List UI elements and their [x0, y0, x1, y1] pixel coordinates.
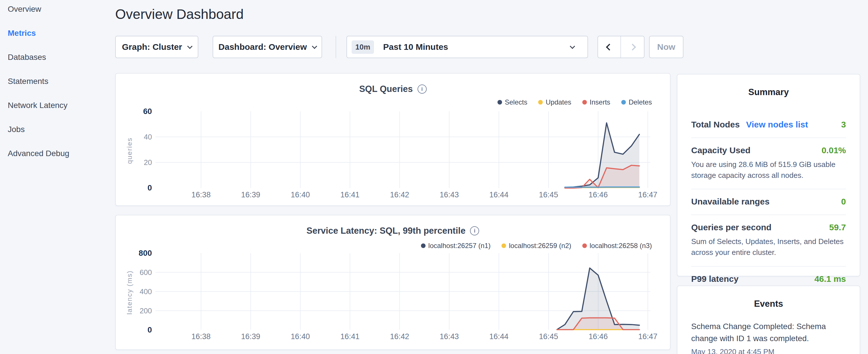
summary-title: Summary [677, 87, 860, 97]
summary-row-unavailable-ranges: Unavailable ranges 0 [691, 189, 846, 215]
summary-label: Capacity Used [691, 146, 750, 155]
summary-label: Unavailable ranges [691, 197, 769, 206]
summary-label: Queries per second [691, 223, 771, 232]
svg-text:200: 200 [140, 307, 152, 315]
events-panel: Events Schema Change Completed: Schema c… [677, 286, 860, 354]
svg-text:600: 600 [140, 268, 152, 277]
sidebar-item-jobs[interactable]: Jobs [8, 125, 69, 134]
svg-text:16:43: 16:43 [440, 190, 459, 199]
svg-text:60: 60 [143, 107, 152, 116]
dashboard-dropdown[interactable]: Dashboard: Overview [213, 36, 322, 58]
service-latency-plot[interactable]: 16:3816:3916:4016:4116:4216:4316:4416:45… [116, 215, 670, 349]
chevron-right-icon [629, 43, 636, 51]
chevron-down-icon [312, 43, 317, 49]
svg-text:40: 40 [144, 133, 152, 141]
summary-label: P99 latency [691, 274, 739, 284]
chevron-left-icon [606, 43, 613, 51]
metrics-page: { "sidebar": { "items": [ { "label": "Ov… [0, 0, 868, 354]
svg-text:16:45: 16:45 [539, 332, 558, 341]
svg-text:16:46: 16:46 [589, 332, 608, 341]
svg-text:16:47: 16:47 [638, 332, 657, 341]
summary-value: 46.1 ms [814, 274, 846, 284]
event-list-item[interactable]: Schema Change Completed: Schema change w… [691, 321, 846, 354]
sidebar-item-statements[interactable]: Statements [8, 77, 69, 86]
summary-value: 0.01% [822, 146, 846, 155]
sidebar-item-advanced-debug[interactable]: Advanced Debug [8, 149, 69, 158]
events-title: Events [677, 299, 860, 309]
sidebar-item-databases[interactable]: Databases [8, 53, 69, 62]
sql-queries-chart-card: SQL Queries i Selects Updates Inserts De… [115, 73, 671, 206]
svg-text:16:44: 16:44 [489, 190, 508, 199]
sidebar-item-metrics[interactable]: Metrics [8, 29, 69, 38]
svg-text:16:38: 16:38 [191, 190, 211, 199]
svg-text:16:45: 16:45 [539, 190, 558, 199]
svg-text:400: 400 [140, 288, 152, 296]
chevron-down-icon [187, 43, 192, 49]
sidebar: Overview Metrics Databases Statements Ne… [8, 5, 69, 158]
time-range-selector[interactable]: 10m Past 10 Minutes [346, 36, 588, 58]
graph-scope-label: Graph: Cluster [122, 42, 182, 52]
summary-value: 3 [841, 120, 846, 129]
chevron-down-icon [570, 43, 575, 49]
summary-value: 0 [841, 197, 846, 206]
svg-text:16:41: 16:41 [340, 190, 360, 199]
sidebar-item-network-latency[interactable]: Network Latency [8, 101, 69, 110]
controls-divider [336, 36, 336, 58]
now-button[interactable]: Now [649, 36, 683, 58]
sql-queries-plot[interactable]: 16:3816:3916:4016:4116:4216:4316:4416:45… [116, 74, 670, 205]
summary-panel: Summary Total Nodes View nodes list 3 Ca… [677, 74, 860, 277]
view-nodes-list-link[interactable]: View nodes list [746, 120, 808, 129]
summary-value: 59.7 [829, 223, 846, 232]
service-latency-chart-card: Service Latency: SQL, 99th percentile i … [115, 215, 671, 350]
svg-text:800: 800 [139, 249, 152, 257]
svg-text:16:40: 16:40 [291, 190, 310, 199]
time-range-label: Past 10 Minutes [383, 42, 570, 52]
dashboard-controls: Graph: Cluster Dashboard: Overview 10m P… [115, 36, 746, 58]
svg-text:16:38: 16:38 [191, 332, 211, 341]
graph-scope-dropdown[interactable]: Graph: Cluster [115, 36, 198, 58]
svg-text:16:44: 16:44 [489, 332, 508, 341]
svg-text:0: 0 [148, 183, 152, 192]
next-time-window-button[interactable] [621, 36, 644, 58]
svg-text:16:47: 16:47 [638, 190, 657, 199]
summary-row-capacity-used: Capacity Used 0.01% You are using 28.6 M… [691, 137, 846, 189]
page-title: Overview Dashboard [115, 6, 244, 22]
svg-text:16:43: 16:43 [440, 332, 459, 341]
svg-text:16:39: 16:39 [241, 332, 260, 341]
svg-text:0: 0 [148, 325, 152, 334]
svg-text:16:40: 16:40 [290, 332, 310, 341]
summary-label: Total Nodes [691, 120, 740, 129]
summary-description: Sum of Selects, Updates, Inserts, and De… [691, 236, 846, 258]
svg-text:16:42: 16:42 [390, 332, 409, 341]
time-range-badge: 10m [351, 40, 374, 54]
time-window-pager [597, 36, 645, 58]
sidebar-item-overview[interactable]: Overview [8, 5, 69, 14]
svg-text:16:46: 16:46 [589, 190, 608, 199]
dashboard-label: Dashboard: Overview [218, 42, 307, 52]
prev-time-window-button[interactable] [598, 36, 621, 58]
svg-text:16:42: 16:42 [390, 190, 409, 199]
summary-description: You are using 28.6 MiB of 515.9 GiB usab… [691, 159, 846, 181]
svg-text:16:41: 16:41 [340, 332, 360, 341]
summary-row-queries-per-second: Queries per second 59.7 Sum of Selects, … [691, 215, 846, 266]
summary-rows: Total Nodes View nodes list 3 Capacity U… [691, 112, 846, 292]
event-timestamp: May 13, 2020 at 4:45 PM [691, 347, 846, 354]
summary-row-total-nodes: Total Nodes View nodes list 3 [691, 112, 846, 137]
svg-text:16:39: 16:39 [241, 190, 260, 199]
svg-text:20: 20 [144, 158, 152, 166]
event-message: Schema Change Completed: Schema change w… [691, 321, 846, 345]
